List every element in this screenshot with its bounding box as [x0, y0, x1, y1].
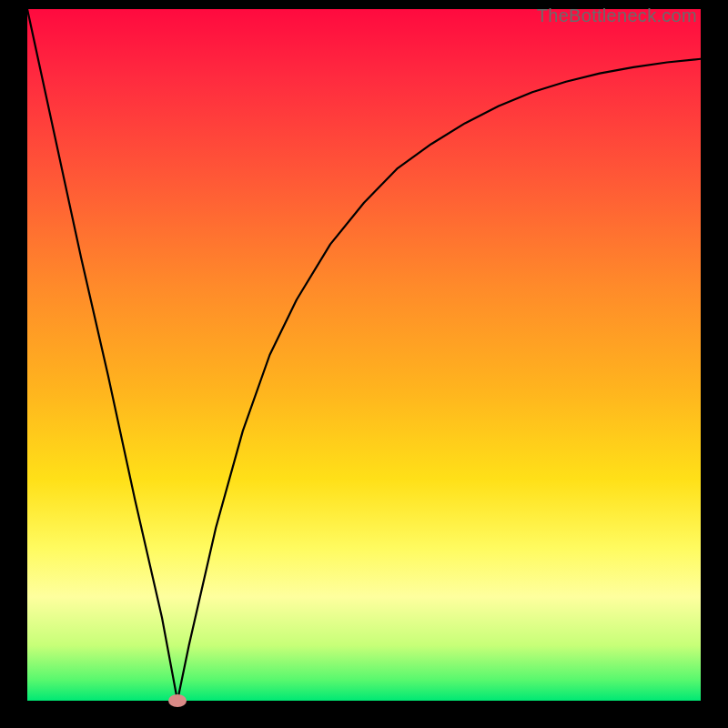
bottleneck-curve	[27, 9, 701, 701]
minimum-marker	[168, 694, 187, 707]
watermark-text: TheBottleneck.com	[537, 5, 697, 26]
chart-frame: TheBottleneck.com	[0, 0, 728, 728]
plot-area	[27, 9, 701, 701]
